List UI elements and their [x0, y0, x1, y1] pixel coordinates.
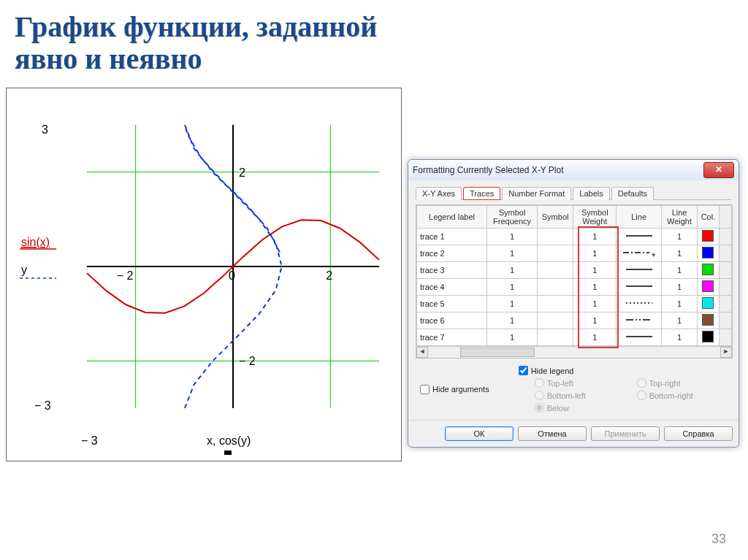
cancel-button[interactable]: Отмена [518, 426, 587, 441]
scroll-left-icon[interactable]: ◄ [416, 347, 428, 358]
svg-rect-19 [224, 450, 232, 455]
scroll-thumb[interactable] [460, 348, 535, 357]
options-row: Hide arguments Hide legend Top-left Top-… [416, 366, 731, 413]
tab-traces[interactable]: Traces [463, 187, 500, 200]
format-plot-dialog: Formatting Currently Selected X-Y Plot ✕… [408, 159, 739, 448]
svg-text:y: y [21, 264, 27, 276]
close-icon: ✕ [715, 164, 722, 174]
svg-text:sin(x): sin(x) [21, 236, 50, 248]
dialog-button-row: ОК Отмена Применить Справка [408, 420, 739, 447]
legend-pos-top-right[interactable]: Top-right [637, 378, 717, 388]
traces-grid-wrap: Legend labelSymbolFrequencySymbolSymbolW… [416, 204, 731, 358]
table-row[interactable]: trace 6111 [417, 312, 732, 329]
page-title: График функции, заданной явно и неявно [15, 11, 377, 75]
plot-region[interactable]: − 202− 22sin(x)y3− 3− 3x, cos(y) [6, 88, 402, 461]
svg-text:− 2: − 2 [117, 269, 134, 282]
tab-strip: X-Y AxesTracesNumber FormatLabelsDefault… [416, 186, 731, 200]
table-row[interactable]: trace 211▼1 [417, 245, 732, 262]
svg-text:2: 2 [239, 166, 245, 179]
hide-legend-checkbox[interactable]: Hide legend [519, 366, 717, 375]
legend-pos-bottom-left[interactable]: Bottom-left [535, 391, 615, 400]
tab-labels[interactable]: Labels [573, 187, 609, 200]
legend-pos-bottom-right[interactable]: Bottom-right [637, 391, 717, 400]
legend-pos-below[interactable]: Below [535, 403, 615, 413]
tab-x-y-axes[interactable]: X-Y Axes [416, 187, 462, 200]
tab-defaults[interactable]: Defaults [611, 187, 654, 200]
close-button[interactable]: ✕ [703, 162, 734, 178]
dialog-body: X-Y AxesTracesNumber FormatLabelsDefault… [408, 180, 739, 420]
svg-text:0: 0 [229, 269, 235, 282]
svg-text:x, cos(y): x, cos(y) [207, 434, 251, 447]
svg-text:2: 2 [326, 269, 332, 282]
svg-text:3: 3 [42, 123, 48, 136]
dialog-titlebar[interactable]: Formatting Currently Selected X-Y Plot ✕ [408, 160, 739, 180]
table-row[interactable]: trace 5111 [417, 296, 732, 312]
svg-text:− 3: − 3 [81, 434, 98, 447]
help-button[interactable]: Справка [664, 426, 733, 441]
scroll-right-icon[interactable]: ► [720, 347, 732, 358]
legend-position-radios: Top-left Top-right Bottom-left Bottom-ri… [519, 378, 717, 413]
apply-button[interactable]: Применить [591, 426, 660, 441]
dialog-title-text: Formatting Currently Selected X-Y Plot [413, 165, 564, 175]
page-number: 33 [711, 532, 726, 547]
table-row[interactable]: trace 1111 [417, 229, 732, 245]
tab-number-format[interactable]: Number Format [502, 187, 571, 200]
title-line-2: явно и неявно [15, 42, 202, 75]
title-line-1: График функции, заданной [15, 10, 377, 43]
traces-grid[interactable]: Legend labelSymbolFrequencySymbolSymbolW… [416, 205, 732, 346]
grid-scrollbar[interactable]: ◄ ► [416, 346, 732, 358]
ok-button[interactable]: ОК [445, 426, 514, 441]
legend-pos-top-left[interactable]: Top-left [535, 378, 615, 388]
svg-text:− 3: − 3 [34, 399, 51, 412]
table-row[interactable]: trace 4111 [417, 279, 732, 296]
svg-text:− 2: − 2 [239, 355, 256, 367]
hide-arguments-checkbox[interactable]: Hide arguments [420, 366, 489, 413]
table-row[interactable]: trace 3111 [417, 262, 732, 279]
table-row[interactable]: trace 7111 [417, 329, 732, 346]
